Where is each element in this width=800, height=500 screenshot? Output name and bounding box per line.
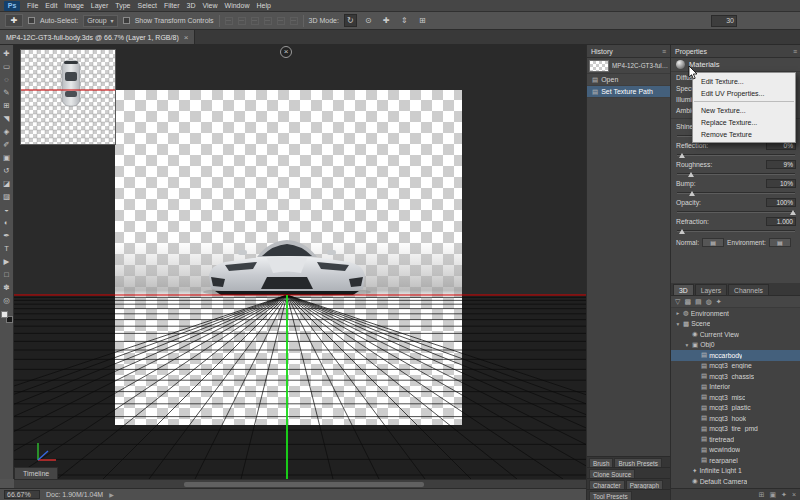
menu-filter[interactable]: Filter bbox=[164, 2, 180, 9]
new-light-icon[interactable]: ✦ bbox=[781, 491, 787, 499]
filter-material-icon[interactable]: ◍ bbox=[706, 298, 712, 306]
delete-icon[interactable]: × bbox=[792, 491, 796, 498]
tool-zoom[interactable]: ◎ bbox=[0, 294, 14, 307]
opacity-value-field[interactable]: 100% bbox=[766, 198, 796, 207]
history-step-set-texture-path[interactable]: ▤ Set Texture Path bbox=[587, 86, 670, 98]
current-tool-icon[interactable]: ✚ bbox=[5, 14, 23, 27]
menu-item-replace-texture[interactable]: Replace Texture... bbox=[693, 116, 795, 128]
history-step-open[interactable]: ▤ Open bbox=[587, 74, 670, 86]
tab-character[interactable]: Character bbox=[589, 480, 625, 489]
timeline-tab[interactable]: Timeline bbox=[14, 467, 58, 479]
3d-rotate-icon[interactable]: ↻ bbox=[344, 14, 357, 27]
new-item-icon[interactable]: ⊞ bbox=[759, 491, 765, 499]
tab-clone-source[interactable]: Clone Source bbox=[589, 469, 635, 478]
align-middle-icon[interactable] bbox=[277, 17, 285, 25]
tool-rectangular-marquee[interactable]: ▭ bbox=[0, 60, 14, 73]
tool-blur[interactable]: ◒ bbox=[0, 203, 14, 216]
tree-row-mcgt3-tire-pmd[interactable]: ▤mcgt3_tire_pmd bbox=[671, 424, 800, 435]
filter-mesh-icon[interactable]: ▤ bbox=[695, 298, 702, 306]
3d-roll-icon[interactable]: ⊙ bbox=[362, 14, 375, 27]
tree-row-wcwindow[interactable]: ▤wcwindow bbox=[671, 445, 800, 456]
tool-pen[interactable]: ✒ bbox=[0, 229, 14, 242]
menu-item-new-texture[interactable]: New Texture... bbox=[693, 104, 795, 116]
auto-select-dropdown[interactable]: Group ▾ bbox=[83, 15, 117, 27]
tree-row-rearpanel[interactable]: ▤rearpanel bbox=[671, 455, 800, 466]
tool-gradient[interactable]: ▨ bbox=[0, 190, 14, 203]
tool-type[interactable]: T bbox=[0, 242, 14, 255]
tool-clone-stamp[interactable]: ▣ bbox=[0, 151, 14, 164]
align-right-icon[interactable] bbox=[251, 17, 259, 25]
normal-texture-button[interactable]: ▤ bbox=[702, 238, 724, 247]
zoom-level-field[interactable]: 66.67% bbox=[4, 490, 40, 499]
tab-brush[interactable]: Brush bbox=[589, 458, 613, 467]
tree-row-default-camera[interactable]: ◉Default Camera bbox=[671, 476, 800, 487]
refraction-value-field[interactable]: 1.000 bbox=[766, 217, 796, 226]
tree-row-obj0[interactable]: ▾▣Obj0 bbox=[671, 340, 800, 351]
3d-scale-icon[interactable]: ⊞ bbox=[416, 14, 429, 27]
align-top-icon[interactable] bbox=[264, 17, 272, 25]
tool-quick-selection[interactable]: ✎ bbox=[0, 86, 14, 99]
tool-path-selection[interactable]: ▶ bbox=[0, 255, 14, 268]
tree-row-interior[interactable]: ▤Interior bbox=[671, 382, 800, 393]
options-value-field[interactable]: 30 bbox=[711, 15, 737, 27]
panel-menu-icon[interactable]: ≡ bbox=[662, 48, 666, 55]
new-layer-icon[interactable]: ▣ bbox=[769, 491, 776, 499]
tool-shape[interactable]: □ bbox=[0, 268, 14, 281]
menu-file[interactable]: File bbox=[27, 2, 38, 9]
tool-eyedropper[interactable]: ◥ bbox=[0, 112, 14, 125]
tree-row-mccarbody[interactable]: ▤mccarbody bbox=[671, 350, 800, 361]
status-menu-arrow-icon[interactable]: ▶ bbox=[109, 491, 114, 498]
3d-slide-icon[interactable]: ⇕ bbox=[398, 14, 411, 27]
menu-layer[interactable]: Layer bbox=[91, 2, 109, 9]
tree-row-current-view[interactable]: ◉Current View bbox=[671, 329, 800, 340]
tool-hand[interactable]: ✽ bbox=[0, 281, 14, 294]
tool-dodge[interactable]: ◐ bbox=[0, 216, 14, 229]
tool-brush[interactable]: ✐ bbox=[0, 138, 14, 151]
tab-3d[interactable]: 3D bbox=[673, 284, 694, 295]
expander-icon[interactable]: ▾ bbox=[684, 342, 690, 348]
color-swatches[interactable] bbox=[1, 311, 13, 323]
3d-axis-widget[interactable] bbox=[34, 439, 60, 465]
tool-move[interactable]: ✚ bbox=[0, 47, 14, 60]
tree-row-tiretread[interactable]: ▤tiretread bbox=[671, 434, 800, 445]
tool-history-brush[interactable]: ↺ bbox=[0, 164, 14, 177]
foreground-color-swatch[interactable] bbox=[1, 311, 8, 318]
menu-image[interactable]: Image bbox=[64, 2, 83, 9]
close-icon[interactable]: × bbox=[280, 46, 292, 58]
history-snapshot-row[interactable]: MP4-12C-GT3-full-body.3ds bbox=[587, 58, 670, 74]
tab-brush-presets[interactable]: Brush Presets bbox=[614, 458, 662, 467]
menu-help[interactable]: Help bbox=[256, 2, 270, 9]
tab-channels[interactable]: Channels bbox=[728, 284, 769, 295]
expander-icon[interactable]: ▸ bbox=[675, 310, 681, 316]
filter-light-icon[interactable]: ✦ bbox=[716, 298, 722, 306]
menu-3d[interactable]: 3D bbox=[187, 2, 196, 9]
align-left-icon[interactable] bbox=[225, 17, 233, 25]
canvas-viewport[interactable]: × bbox=[14, 45, 586, 479]
menu-select[interactable]: Select bbox=[138, 2, 157, 9]
reflection-slider[interactable] bbox=[677, 151, 795, 159]
roughness-value-field[interactable]: 9% bbox=[766, 160, 796, 169]
align-center-icon[interactable] bbox=[238, 17, 246, 25]
menu-type[interactable]: Type bbox=[115, 2, 130, 9]
tree-row-mcgt3-plastic[interactable]: ▤mcgt3_plastic bbox=[671, 403, 800, 414]
close-icon[interactable]: × bbox=[184, 33, 189, 42]
tree-row-mcgt3-misc[interactable]: ▤mcgt3_misc bbox=[671, 392, 800, 403]
document-tab[interactable]: MP4-12C-GT3-full-body.3ds @ 66.7% (Layer… bbox=[0, 30, 195, 44]
tree-row-scene[interactable]: ▾▩Scene bbox=[671, 319, 800, 330]
menu-window[interactable]: Window bbox=[225, 2, 250, 9]
tree-row-mcgt3-engine[interactable]: ▤mcgt3_engine bbox=[671, 361, 800, 372]
tree-row-environment[interactable]: ▸◍Environment bbox=[671, 308, 800, 319]
tab-paragraph[interactable]: Paragraph bbox=[626, 480, 663, 489]
properties-tab[interactable]: Properties bbox=[675, 48, 707, 55]
tool-crop[interactable]: ⊞ bbox=[0, 99, 14, 112]
menu-item-remove-texture[interactable]: Remove Texture bbox=[693, 128, 795, 140]
expander-icon[interactable]: ▾ bbox=[675, 321, 681, 327]
panel-menu-icon[interactable]: ≡ bbox=[793, 48, 797, 55]
opacity-slider[interactable] bbox=[677, 208, 795, 216]
3d-drag-icon[interactable]: ✚ bbox=[380, 14, 393, 27]
history-tab[interactable]: History bbox=[591, 48, 613, 55]
filter-funnel-icon[interactable]: ▽ bbox=[675, 298, 680, 306]
menu-view[interactable]: View bbox=[203, 2, 218, 9]
menu-edit[interactable]: Edit bbox=[45, 2, 57, 9]
bump-slider[interactable] bbox=[677, 189, 795, 197]
